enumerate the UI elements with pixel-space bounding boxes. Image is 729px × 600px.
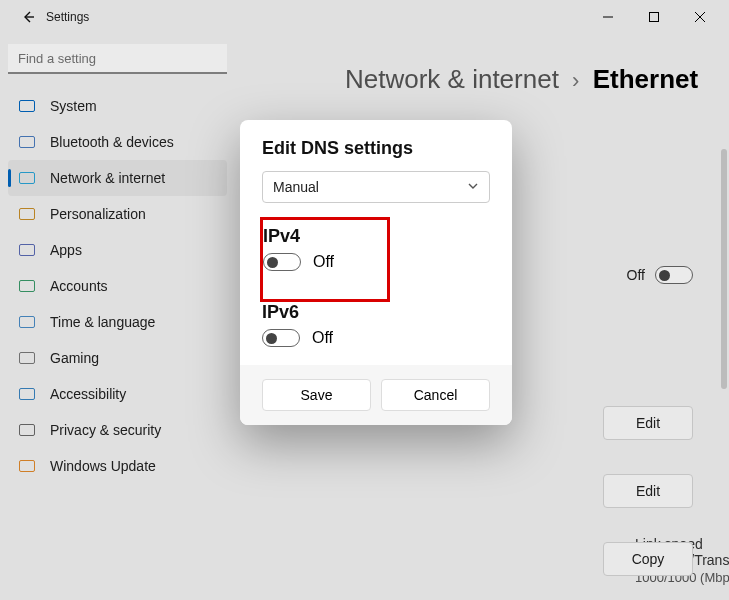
sidebar-icon: [18, 205, 36, 223]
chevron-down-icon: [467, 179, 479, 195]
chevron-right-icon: ›: [566, 68, 585, 93]
minimize-button[interactable]: [585, 0, 631, 34]
sidebar-item-time-language[interactable]: Time & language: [8, 304, 227, 340]
sidebar-item-system[interactable]: System: [8, 88, 227, 124]
sidebar-icon: [18, 385, 36, 403]
sidebar-item-personalization[interactable]: Personalization: [8, 196, 227, 232]
sidebar-icon: [18, 169, 36, 187]
breadcrumb-current: Ethernet: [593, 64, 698, 94]
edit-ip-button[interactable]: Edit: [603, 406, 693, 440]
sidebar-item-accessibility[interactable]: Accessibility: [8, 376, 227, 412]
sidebar-item-label: Privacy & security: [50, 422, 161, 438]
sidebar-item-bluetooth-devices[interactable]: Bluetooth & devices: [8, 124, 227, 160]
copy-button[interactable]: Copy: [603, 542, 693, 576]
sidebar-item-label: Time & language: [50, 314, 155, 330]
sidebar-icon: [18, 313, 36, 331]
sidebar-item-label: Accessibility: [50, 386, 126, 402]
cancel-button[interactable]: Cancel: [381, 379, 490, 411]
ipv4-state: Off: [313, 253, 334, 271]
back-button[interactable]: [14, 3, 42, 31]
search-input[interactable]: [8, 44, 227, 74]
ipv6-toggle[interactable]: [262, 329, 300, 347]
sidebar-item-windows-update[interactable]: Windows Update: [8, 448, 227, 484]
highlight-box: IPv4 Off: [260, 217, 390, 302]
breadcrumb-parent[interactable]: Network & internet: [345, 64, 559, 94]
sidebar-icon: [18, 97, 36, 115]
sidebar-item-label: Accounts: [50, 278, 108, 294]
titlebar: Settings: [0, 0, 729, 34]
sidebar-item-label: Personalization: [50, 206, 146, 222]
sidebar-item-network-internet[interactable]: Network & internet: [8, 160, 227, 196]
save-button[interactable]: Save: [262, 379, 371, 411]
sidebar: SystemBluetooth & devicesNetwork & inter…: [0, 34, 235, 600]
sidebar-icon: [18, 457, 36, 475]
sidebar-icon: [18, 241, 36, 259]
dns-mode-select[interactable]: Manual: [262, 171, 490, 203]
sidebar-icon: [18, 421, 36, 439]
ipv4-label: IPv4: [263, 226, 377, 247]
sidebar-item-privacy-security[interactable]: Privacy & security: [8, 412, 227, 448]
dns-mode-value: Manual: [273, 179, 319, 195]
sidebar-item-label: Apps: [50, 242, 82, 258]
dialog-title: Edit DNS settings: [262, 138, 490, 159]
ipv6-state: Off: [312, 329, 333, 347]
sidebar-item-label: Bluetooth & devices: [50, 134, 174, 150]
edit-dns-dialog: Edit DNS settings Manual IPv4 Off IPv6 O…: [240, 120, 512, 425]
window-title: Settings: [46, 10, 89, 24]
close-button[interactable]: [677, 0, 723, 34]
metered-off-label: Off: [627, 267, 645, 283]
ipv4-toggle[interactable]: [263, 253, 301, 271]
metered-toggle[interactable]: [655, 266, 693, 284]
sidebar-icon: [18, 133, 36, 151]
svg-rect-0: [650, 13, 659, 22]
sidebar-item-label: System: [50, 98, 97, 114]
sidebar-item-apps[interactable]: Apps: [8, 232, 227, 268]
breadcrumb: Network & internet › Ethernet: [345, 64, 709, 95]
ipv6-label: IPv6: [262, 302, 490, 323]
sidebar-item-label: Windows Update: [50, 458, 156, 474]
scrollbar[interactable]: [721, 149, 727, 389]
sidebar-item-label: Network & internet: [50, 170, 165, 186]
sidebar-item-gaming[interactable]: Gaming: [8, 340, 227, 376]
sidebar-icon: [18, 277, 36, 295]
sidebar-icon: [18, 349, 36, 367]
maximize-button[interactable]: [631, 0, 677, 34]
sidebar-item-accounts[interactable]: Accounts: [8, 268, 227, 304]
sidebar-item-label: Gaming: [50, 350, 99, 366]
edit-dns-button[interactable]: Edit: [603, 474, 693, 508]
